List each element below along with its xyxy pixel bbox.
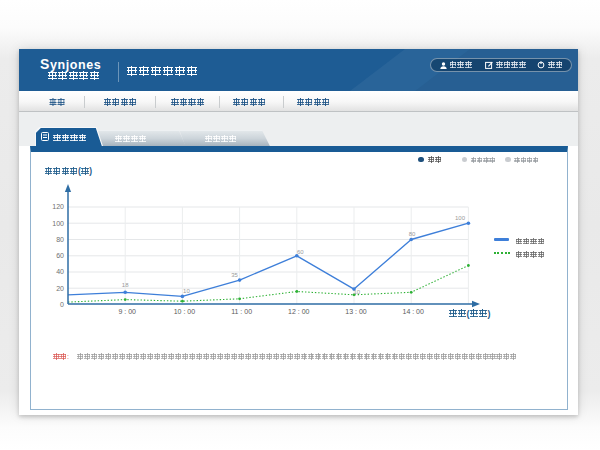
- svg-text:60: 60: [56, 252, 64, 259]
- svg-text:20: 20: [56, 285, 64, 292]
- svg-text:120: 120: [52, 203, 64, 210]
- svg-text:0: 0: [60, 301, 64, 308]
- svg-text:80: 80: [56, 236, 64, 243]
- svg-text:10: 10: [183, 288, 190, 294]
- svg-text:100: 100: [455, 215, 466, 221]
- svg-text:35: 35: [231, 272, 238, 278]
- svg-text:100: 100: [52, 220, 64, 227]
- svg-text:11 : 00: 11 : 00: [231, 308, 252, 315]
- svg-text:10 : 00: 10 : 00: [174, 308, 196, 315]
- svg-text:60: 60: [297, 249, 304, 255]
- svg-text:12 : 00: 12 : 00: [288, 308, 310, 315]
- svg-text:13 : 00: 13 : 00: [345, 308, 367, 315]
- svg-text:80: 80: [409, 231, 416, 237]
- svg-text:40: 40: [56, 268, 64, 275]
- svg-text:10: 10: [353, 289, 360, 295]
- svg-text:9 : 00: 9 : 00: [118, 308, 136, 315]
- svg-text:18: 18: [122, 282, 129, 288]
- svg-text:14 : 00: 14 : 00: [402, 308, 424, 315]
